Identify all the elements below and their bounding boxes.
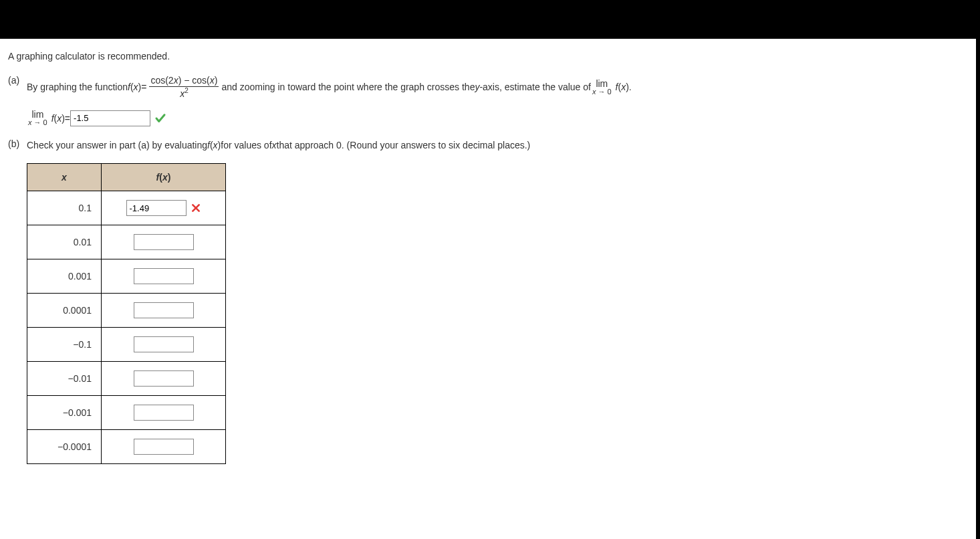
fraction-numerator: cos(2x) − cos(x): [149, 75, 219, 87]
text: for values of: [221, 138, 271, 152]
text: -axis, estimate the value of: [479, 80, 591, 94]
x-value: 0.1: [27, 191, 102, 225]
lim-subscript: x → 0: [28, 119, 47, 126]
fx-cell: [102, 430, 226, 464]
x-value: 0.01: [27, 225, 102, 259]
text: By graphing the function: [27, 80, 128, 94]
text: Check your answer in part (a) by evaluat…: [27, 138, 207, 152]
lim-word: lim: [596, 79, 608, 88]
table-header-x: x: [27, 164, 102, 191]
text: cos(2: [150, 75, 173, 86]
x-value: 0.0001: [27, 294, 102, 328]
fraction-denominator: x2: [178, 87, 190, 99]
var-f: f: [616, 82, 618, 92]
fn: f(x): [207, 138, 221, 152]
var-x: x: [162, 172, 168, 183]
part-a-answer-row: lim x → 0 f(x) =: [27, 110, 968, 126]
lim-subscript: x → 0: [592, 88, 612, 96]
text: that approach 0. (Round your answers to …: [277, 138, 531, 152]
equals: =: [65, 113, 70, 124]
table-header-row: x f(x): [27, 164, 226, 191]
var-x: x: [134, 82, 138, 92]
checkmark-icon: [154, 112, 166, 124]
fx-cell: [102, 362, 226, 396]
fx-cell: [102, 294, 226, 328]
table-body: 0.1 0.01: [27, 191, 226, 464]
var-y: y: [475, 80, 479, 94]
var-f: f: [128, 82, 130, 92]
fx-input[interactable]: [134, 268, 194, 284]
function-lhs: f(x): [128, 80, 141, 94]
fx-cell: [102, 191, 226, 225]
text: ) − cos(: [178, 75, 210, 86]
limit-fn: f(x): [49, 113, 65, 124]
fx-input[interactable]: [134, 336, 194, 352]
table-row: −0.1: [27, 328, 226, 362]
intro-text: A graphing calculator is recommended.: [8, 51, 968, 62]
fx-cell: [102, 328, 226, 362]
table-row: 0.001: [27, 259, 226, 294]
table-header-fx: f(x): [102, 164, 226, 191]
part-a-question: By graphing the function f(x) = cos(2x) …: [27, 75, 968, 99]
text: → 0: [596, 88, 611, 96]
x-value: 0.001: [27, 259, 102, 294]
period: .: [629, 80, 632, 94]
var-x: x: [272, 138, 277, 152]
limit-notation: lim x → 0: [28, 110, 47, 126]
var-x: x: [621, 82, 626, 92]
limit-fn: f(x): [613, 80, 629, 94]
part-b: (b) Check your answer in part (a) by eva…: [8, 138, 968, 464]
part-a-answer-input[interactable]: [70, 110, 150, 126]
part-b-question: Check your answer in part (a) by evaluat…: [27, 138, 968, 152]
var-x: x: [174, 75, 178, 86]
fx-input[interactable]: [126, 200, 187, 216]
fx-input[interactable]: [134, 302, 194, 318]
table-row: 0.0001: [27, 294, 226, 328]
part-a-label: (a): [8, 75, 27, 86]
fraction: cos(2x) − cos(x) x2: [149, 75, 219, 99]
equals: =: [141, 80, 146, 94]
x-value: −0.001: [27, 396, 102, 430]
text: and zooming in toward the point where th…: [221, 80, 475, 94]
part-a: (a) By graphing the function f(x) = cos(…: [8, 75, 968, 126]
limit-notation: lim x → 0: [592, 79, 612, 96]
x-value: −0.01: [27, 362, 102, 396]
lim-word: lim: [31, 110, 43, 119]
fx-cell: [102, 396, 226, 430]
fx-cell: [102, 225, 226, 259]
fx-cell: [102, 259, 226, 294]
table-row: −0.0001: [27, 430, 226, 464]
part-b-body: Check your answer in part (a) by evaluat…: [27, 138, 968, 464]
exponent: 2: [185, 87, 189, 94]
var-x: x: [57, 113, 62, 124]
part-b-label: (b): [8, 138, 27, 149]
var-x: x: [210, 75, 215, 86]
fx-input[interactable]: [134, 234, 194, 250]
fx-input[interactable]: [134, 439, 194, 455]
table-row: 0.01: [27, 225, 226, 259]
part-a-body: By graphing the function f(x) = cos(2x) …: [27, 75, 968, 126]
question-panel: A graphing calculator is recommended. (a…: [0, 39, 976, 539]
text: → 0: [32, 118, 47, 126]
fx-input[interactable]: [134, 370, 194, 387]
var-x: x: [213, 140, 218, 150]
x-mark-icon: [191, 203, 201, 213]
values-table: x f(x) 0.1: [27, 163, 226, 464]
table-row: −0.01: [27, 362, 226, 396]
var-f: f: [51, 113, 54, 124]
table-row: 0.1: [27, 191, 226, 225]
x-value: −0.0001: [27, 430, 102, 464]
table-row: −0.001: [27, 396, 226, 430]
x-value: −0.1: [27, 328, 102, 362]
fx-input[interactable]: [134, 405, 194, 421]
var-f: f: [207, 140, 210, 150]
text: ): [215, 75, 218, 86]
